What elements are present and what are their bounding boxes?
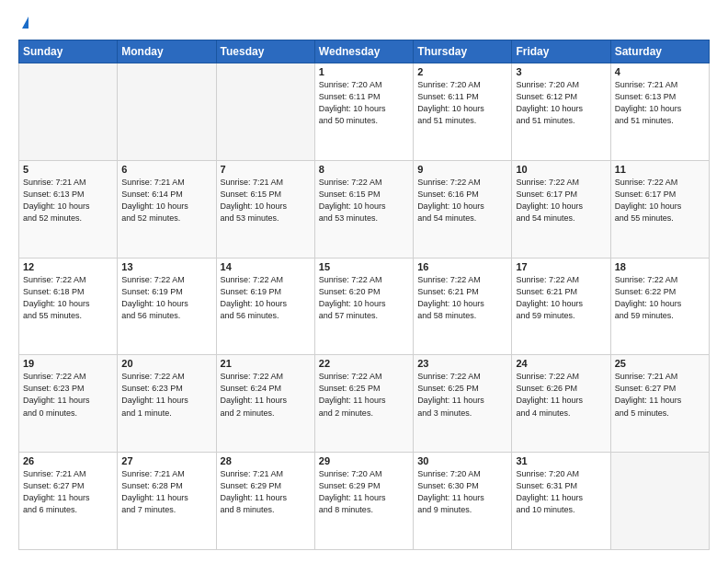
day-info: Sunrise: 7:20 AM Sunset: 6:31 PM Dayligh… [516,468,606,516]
calendar-cell: 2Sunrise: 7:20 AM Sunset: 6:11 PM Daylig… [414,63,512,161]
day-number: 16 [417,261,507,272]
day-info: Sunrise: 7:21 AM Sunset: 6:27 PM Dayligh… [23,468,113,516]
week-row-4: 26Sunrise: 7:21 AM Sunset: 6:27 PM Dayli… [19,453,710,550]
day-header-monday: Monday [118,40,216,63]
day-info: Sunrise: 7:20 AM Sunset: 6:11 PM Dayligh… [417,79,507,127]
day-header-tuesday: Tuesday [216,40,314,63]
calendar-cell [216,63,314,161]
day-info: Sunrise: 7:21 AM Sunset: 6:14 PM Dayligh… [121,177,211,224]
day-number: 15 [319,261,409,272]
header [18,17,710,30]
day-number: 11 [615,164,705,175]
calendar-cell: 31Sunrise: 7:20 AM Sunset: 6:31 PM Dayli… [512,453,610,550]
day-number: 17 [516,261,606,272]
day-info: Sunrise: 7:22 AM Sunset: 6:22 PM Dayligh… [615,274,705,322]
day-info: Sunrise: 7:20 AM Sunset: 6:29 PM Dayligh… [319,468,409,516]
day-number: 30 [417,455,507,466]
day-header-wednesday: Wednesday [314,40,413,63]
calendar-cell: 24Sunrise: 7:22 AM Sunset: 6:26 PM Dayli… [512,355,610,453]
day-number: 28 [221,455,311,466]
day-number: 5 [23,164,113,175]
calendar-cell: 19Sunrise: 7:22 AM Sunset: 6:23 PM Dayli… [19,355,118,453]
calendar-cell: 29Sunrise: 7:20 AM Sunset: 6:29 PM Dayli… [314,453,413,550]
day-info: Sunrise: 7:20 AM Sunset: 6:12 PM Dayligh… [516,79,606,127]
day-number: 24 [516,358,606,369]
calendar-cell: 1Sunrise: 7:20 AM Sunset: 6:11 PM Daylig… [314,63,413,161]
day-number: 31 [516,455,606,466]
week-row-0: 1Sunrise: 7:20 AM Sunset: 6:11 PM Daylig… [19,63,710,161]
calendar-cell: 23Sunrise: 7:22 AM Sunset: 6:25 PM Dayli… [414,355,512,453]
calendar-table: SundayMondayTuesdayWednesdayThursdayFrid… [18,40,710,550]
day-header-thursday: Thursday [414,40,512,63]
calendar-cell: 5Sunrise: 7:21 AM Sunset: 6:13 PM Daylig… [19,160,118,258]
day-info: Sunrise: 7:22 AM Sunset: 6:17 PM Dayligh… [615,177,705,224]
day-info: Sunrise: 7:20 AM Sunset: 6:30 PM Dayligh… [417,468,507,516]
calendar-cell: 4Sunrise: 7:21 AM Sunset: 6:13 PM Daylig… [610,63,709,161]
calendar-cell: 30Sunrise: 7:20 AM Sunset: 6:30 PM Dayli… [414,453,512,550]
day-number: 18 [615,261,705,272]
day-info: Sunrise: 7:22 AM Sunset: 6:26 PM Dayligh… [516,371,606,419]
day-number: 23 [417,358,507,369]
day-info: Sunrise: 7:21 AM Sunset: 6:27 PM Dayligh… [615,371,705,419]
page: SundayMondayTuesdayWednesdayThursdayFrid… [0,0,728,563]
calendar-cell: 21Sunrise: 7:22 AM Sunset: 6:24 PM Dayli… [216,355,314,453]
day-number: 22 [319,358,409,369]
day-header-sunday: Sunday [19,40,118,63]
calendar-cell: 26Sunrise: 7:21 AM Sunset: 6:27 PM Dayli… [19,453,118,550]
day-info: Sunrise: 7:21 AM Sunset: 6:13 PM Dayligh… [23,177,113,224]
calendar-cell: 8Sunrise: 7:22 AM Sunset: 6:15 PM Daylig… [314,160,413,258]
day-header-saturday: Saturday [610,40,709,63]
week-row-3: 19Sunrise: 7:22 AM Sunset: 6:23 PM Dayli… [19,355,710,453]
calendar-cell: 27Sunrise: 7:21 AM Sunset: 6:28 PM Dayli… [118,453,216,550]
calendar-header-row: SundayMondayTuesdayWednesdayThursdayFrid… [19,40,710,63]
calendar-cell: 7Sunrise: 7:21 AM Sunset: 6:15 PM Daylig… [216,160,314,258]
day-number: 19 [23,358,113,369]
calendar-cell: 20Sunrise: 7:22 AM Sunset: 6:23 PM Dayli… [118,355,216,453]
calendar-cell: 12Sunrise: 7:22 AM Sunset: 6:18 PM Dayli… [19,258,118,355]
calendar-cell: 3Sunrise: 7:20 AM Sunset: 6:12 PM Daylig… [512,63,610,161]
calendar-cell: 6Sunrise: 7:21 AM Sunset: 6:14 PM Daylig… [118,160,216,258]
day-info: Sunrise: 7:22 AM Sunset: 6:20 PM Dayligh… [319,274,409,322]
calendar-cell: 25Sunrise: 7:21 AM Sunset: 6:27 PM Dayli… [610,355,709,453]
day-number: 4 [615,66,705,77]
calendar-cell: 15Sunrise: 7:22 AM Sunset: 6:20 PM Dayli… [314,258,413,355]
day-number: 7 [221,164,311,175]
calendar-cell: 9Sunrise: 7:22 AM Sunset: 6:16 PM Daylig… [414,160,512,258]
day-number: 3 [516,66,606,77]
logo-triangle-icon [22,17,28,29]
calendar-cell: 17Sunrise: 7:22 AM Sunset: 6:21 PM Dayli… [512,258,610,355]
day-info: Sunrise: 7:21 AM Sunset: 6:13 PM Dayligh… [615,79,705,127]
day-number: 27 [121,455,211,466]
day-info: Sunrise: 7:22 AM Sunset: 6:23 PM Dayligh… [121,371,211,419]
day-number: 29 [319,455,409,466]
day-number: 8 [319,164,409,175]
day-info: Sunrise: 7:22 AM Sunset: 6:17 PM Dayligh… [516,177,606,224]
day-number: 2 [417,66,507,77]
day-info: Sunrise: 7:21 AM Sunset: 6:28 PM Dayligh… [121,468,211,516]
day-info: Sunrise: 7:22 AM Sunset: 6:19 PM Dayligh… [121,274,211,322]
day-number: 10 [516,164,606,175]
day-number: 20 [121,358,211,369]
day-info: Sunrise: 7:22 AM Sunset: 6:25 PM Dayligh… [319,371,409,419]
calendar-cell: 10Sunrise: 7:22 AM Sunset: 6:17 PM Dayli… [512,160,610,258]
calendar-cell [19,63,118,161]
day-info: Sunrise: 7:21 AM Sunset: 6:15 PM Dayligh… [221,177,311,224]
day-info: Sunrise: 7:22 AM Sunset: 6:16 PM Dayligh… [417,177,507,224]
day-info: Sunrise: 7:22 AM Sunset: 6:24 PM Dayligh… [221,371,311,419]
day-number: 14 [221,261,311,272]
day-info: Sunrise: 7:22 AM Sunset: 6:23 PM Dayligh… [23,371,113,419]
calendar-cell: 18Sunrise: 7:22 AM Sunset: 6:22 PM Dayli… [610,258,709,355]
day-number: 9 [417,164,507,175]
day-number: 21 [221,358,311,369]
calendar-cell: 14Sunrise: 7:22 AM Sunset: 6:19 PM Dayli… [216,258,314,355]
day-info: Sunrise: 7:21 AM Sunset: 6:29 PM Dayligh… [221,468,311,516]
day-number: 12 [23,261,113,272]
day-info: Sunrise: 7:20 AM Sunset: 6:11 PM Dayligh… [319,79,409,127]
day-info: Sunrise: 7:22 AM Sunset: 6:21 PM Dayligh… [417,274,507,322]
calendar-cell: 28Sunrise: 7:21 AM Sunset: 6:29 PM Dayli… [216,453,314,550]
day-header-friday: Friday [512,40,610,63]
day-info: Sunrise: 7:22 AM Sunset: 6:15 PM Dayligh… [319,177,409,224]
calendar-cell: 22Sunrise: 7:22 AM Sunset: 6:25 PM Dayli… [314,355,413,453]
calendar-cell [610,453,709,550]
week-row-2: 12Sunrise: 7:22 AM Sunset: 6:18 PM Dayli… [19,258,710,355]
